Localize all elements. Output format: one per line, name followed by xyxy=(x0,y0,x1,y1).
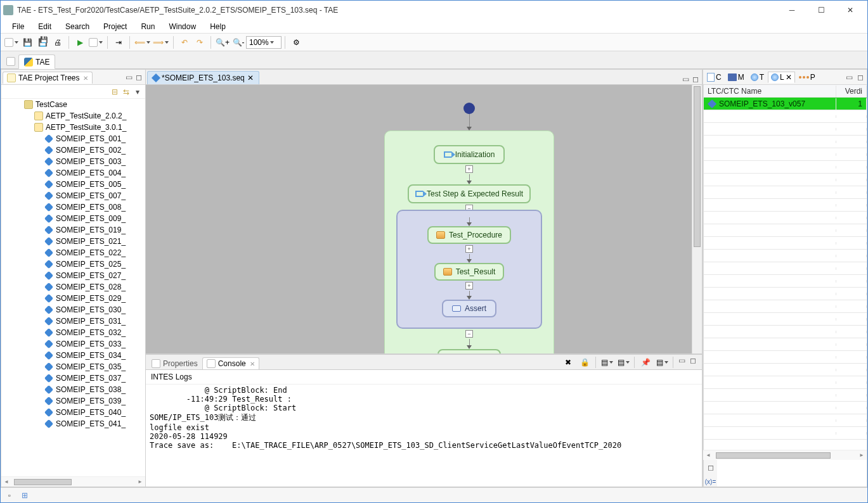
expand-icon[interactable]: + xyxy=(465,165,473,173)
menu-project[interactable]: Project xyxy=(97,21,133,32)
tree-item-seq[interactable]: SOMEIP_ETS_022_ xyxy=(1,247,145,258)
tree-folder[interactable]: AETP_TestSuite_2.0.2_ xyxy=(1,110,145,122)
tree-item-seq[interactable]: SOMEIP_ETS_028_ xyxy=(1,281,145,293)
status-icon-2[interactable]: ⊞ xyxy=(20,490,30,500)
tree-item-seq[interactable]: SOMEIP_ETS_004_ xyxy=(1,167,145,179)
console-open-button[interactable]: ▤ xyxy=(616,355,630,369)
console-lock-button[interactable]: 🔒 xyxy=(578,355,592,369)
expand-icon[interactable]: + xyxy=(465,282,473,290)
console-min-icon[interactable]: ▭ xyxy=(677,355,687,366)
rtab-p[interactable]: P xyxy=(796,72,818,82)
tree-item-seq[interactable]: SOMEIP_ETS_041_ xyxy=(1,418,145,430)
tree-item-seq[interactable]: SOMEIP_ETS_009_ xyxy=(1,213,145,224)
node-test-procedure[interactable]: Test_Procedure xyxy=(427,226,511,244)
zoom-select[interactable]: 100% xyxy=(246,36,282,49)
project-tree[interactable]: TestCaseAETP_TestSuite_2.0.2_AETP_TestSu… xyxy=(1,99,145,476)
maximize-panel-icon[interactable]: ◻ xyxy=(134,72,144,82)
view-menu-icon[interactable]: ▾ xyxy=(133,87,143,97)
close-tab-icon[interactable]: ✕ xyxy=(250,360,255,367)
collapse-all-icon[interactable]: ⊟ xyxy=(110,87,120,97)
settings-button[interactable]: ⚙ xyxy=(289,35,303,49)
rtab-t[interactable]: T xyxy=(748,72,767,82)
nav-forward-button[interactable]: ⟹ xyxy=(152,35,169,49)
col-verdict[interactable]: Verdi xyxy=(836,86,867,97)
side-vars-icon[interactable]: (x)= xyxy=(706,476,716,487)
console-max-icon[interactable]: ◻ xyxy=(688,355,698,366)
link-editor-icon[interactable]: ⇆ xyxy=(121,87,131,97)
console-menu-button[interactable]: ▤ xyxy=(655,355,669,369)
rtab-m[interactable]: M xyxy=(725,72,747,82)
tree-item-seq[interactable]: SOMEIP_ETS_021_ xyxy=(1,236,145,247)
menu-help[interactable]: Help xyxy=(204,21,232,32)
tree-item-seq[interactable]: SOMEIP_ETS_040_ xyxy=(1,407,145,418)
tree-item-seq[interactable]: SOMEIP_ETS_002_ xyxy=(1,144,145,156)
right-max-icon[interactable]: ◻ xyxy=(855,72,865,82)
tree-item-seq[interactable]: SOMEIP_ETS_030_ xyxy=(1,304,145,315)
tree-item-seq[interactable]: SOMEIP_ETS_035_ xyxy=(1,361,145,372)
right-min-icon[interactable]: ▭ xyxy=(844,72,854,82)
node-test-result[interactable]: Test_Result xyxy=(434,263,505,281)
grid-hscroll[interactable] xyxy=(703,450,867,460)
tree-item-seq[interactable]: SOMEIP_ETS_008_ xyxy=(1,201,145,213)
node-initialization[interactable]: Initialization xyxy=(434,145,505,164)
node-assert[interactable]: Assert xyxy=(442,300,496,317)
tree-item-seq[interactable]: SOMEIP_ETS_003_ xyxy=(1,156,145,167)
tree-item-seq[interactable]: SOMEIP_ETS_001_ xyxy=(1,133,145,144)
collapse-icon[interactable]: − xyxy=(465,330,473,338)
editor-min-icon[interactable]: ▭ xyxy=(680,74,690,84)
status-icon-1[interactable]: ▫ xyxy=(4,490,15,500)
zoom-out-button[interactable]: 🔍- xyxy=(231,35,245,49)
teststep-container[interactable]: Test_Procedure + Test_Result + xyxy=(396,210,542,329)
close-tab-icon[interactable]: ✕ xyxy=(83,75,88,82)
minimize-panel-icon[interactable]: ▭ xyxy=(124,72,134,82)
tree-item-seq[interactable]: SOMEIP_ETS_007_ xyxy=(1,190,145,201)
node-teststep[interactable]: Test Step & Expected Result xyxy=(408,184,531,203)
properties-tab[interactable]: Properties xyxy=(147,357,202,369)
tree-hscroll[interactable] xyxy=(1,476,145,487)
tree-item-seq[interactable]: SOMEIP_ETS_027_ xyxy=(1,270,145,281)
editor-tab[interactable]: *SOMEIP_ETS_103.seq ✕ xyxy=(147,71,259,84)
menu-window[interactable]: Window xyxy=(162,21,202,32)
nav-back-button[interactable]: ⟸ xyxy=(134,35,151,49)
maximize-button[interactable]: ☐ xyxy=(806,1,836,20)
tree-item-seq[interactable]: SOMEIP_ETS_019_ xyxy=(1,224,145,236)
menu-run[interactable]: Run xyxy=(134,21,161,32)
tree-item-seq[interactable]: SOMEIP_ETS_037_ xyxy=(1,372,145,384)
zoom-in-button[interactable]: 🔍+ xyxy=(215,35,230,49)
tree-item-seq[interactable]: SOMEIP_ETS_025_ xyxy=(1,258,145,270)
editor-max-icon[interactable]: ◻ xyxy=(690,74,701,84)
flow-container[interactable]: Initialization + Test Step & Expected Re… xyxy=(384,131,554,353)
tree-item-seq[interactable]: SOMEIP_ETS_029_ xyxy=(1,293,145,304)
project-tree-tab[interactable]: TAE Project Trees ✕ xyxy=(3,72,93,84)
flow-canvas[interactable]: Initialization + Test Step & Expected Re… xyxy=(146,85,692,353)
tree-item-seq[interactable]: SOMEIP_ETS_034_ xyxy=(1,350,145,361)
tree-item-seq[interactable]: SOMEIP_ETS_039_ xyxy=(1,395,145,407)
run-config-button[interactable] xyxy=(88,35,103,49)
tree-folder-root[interactable]: TestCase xyxy=(1,99,145,110)
start-node[interactable] xyxy=(463,103,475,114)
export-button[interactable]: ⇥ xyxy=(112,35,126,49)
saveall-button[interactable]: 💾💾 xyxy=(36,35,49,49)
close-tab-icon[interactable]: ✕ xyxy=(786,73,792,82)
tree-item-seq[interactable]: SOMEIP_ETS_033_ xyxy=(1,338,145,350)
menu-file[interactable]: File xyxy=(6,21,30,32)
run-button[interactable]: ▶ xyxy=(73,35,87,49)
save-button[interactable]: 💾 xyxy=(20,35,34,49)
close-button[interactable]: ✕ xyxy=(836,1,865,20)
console-pin-button[interactable]: 📌 xyxy=(638,355,652,369)
col-name[interactable]: LTC/CTC Name xyxy=(704,86,836,97)
new-button[interactable] xyxy=(4,35,19,49)
undo-button[interactable]: ↶ xyxy=(178,35,191,49)
node-cleanup[interactable]: Clean Up xyxy=(437,349,501,353)
console-output[interactable]: @ ScriptBlock: End -11:49:29 Test_Result… xyxy=(146,385,702,487)
perspective-tab-tae[interactable]: TAE xyxy=(18,54,55,69)
result-grid[interactable]: LTC/CTC Name Verdi SOMEIP_ETS_103_v057 1 xyxy=(703,85,867,450)
menu-edit[interactable]: Edit xyxy=(32,21,58,32)
tree-item-seq[interactable]: SOMEIP_ETS_038_ xyxy=(1,384,145,395)
tree-item-seq[interactable]: SOMEIP_ETS_005_ xyxy=(1,179,145,190)
console-tab[interactable]: Console ✕ xyxy=(202,357,259,369)
rtab-c[interactable]: C xyxy=(704,72,724,82)
tree-folder[interactable]: AETP_TestSuite_3.0.1_ xyxy=(1,122,145,133)
expand-icon[interactable]: + xyxy=(465,245,473,253)
minimize-button[interactable]: ─ xyxy=(777,1,806,20)
